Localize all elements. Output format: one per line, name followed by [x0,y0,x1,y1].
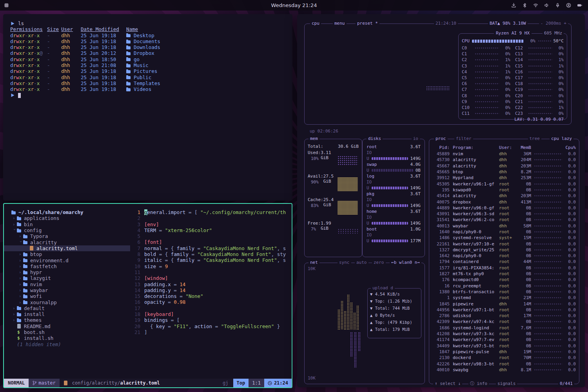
process-row[interactable]: 44956 kworker/u97:1-bt root 0B 0.0 [432,307,576,313]
sort-mode[interactable]: cpu lazy [550,136,573,142]
menu-button[interactable]: menu [333,21,347,26]
editor-line[interactable]: 13 padding.x = 14 [130,281,292,287]
terminal-window-ls[interactable]: ls Permissions Size User Date Modified N… [3,14,292,201]
process-row[interactable]: 45730 alacritty dhh 204M 0.0 [432,157,576,163]
process-row[interactable]: 1380 btrfs-transactio root 0B 0.0 [432,289,576,295]
process-row[interactable]: 1847 pipewire-pulse dhh 19M 0.0 [432,349,576,355]
process-row[interactable]: 1686 systemd-logind root 7.6M 0.0 [432,325,576,331]
btop-window[interactable]: cpu menu preset * 21:24:10 BAT▲ 98% 3.10… [297,14,585,387]
process-row[interactable]: 45414 alacritty dhh 203M 0.0 [432,193,576,199]
editor-line[interactable]: 5 [130,233,292,239]
process-row[interactable]: 45667 alacritty dhh 203M 0.0 [432,163,576,169]
io-mode-label[interactable]: io [412,136,420,142]
tree-item[interactable]: › xournalpp [4,299,130,305]
process-row[interactable]: 1640 napi/phy0-0 root 0B 0.0 [432,229,576,235]
process-row[interactable]: 2786 udisksd root 17M 0.0 [432,313,576,319]
preset-button[interactable]: preset * [356,21,379,26]
editor-line[interactable]: 17 [130,305,292,311]
editor-line[interactable]: 12 [window] [130,275,292,281]
process-row[interactable]: 41208 kworker/u97:3-kc root 0B 0.0 [432,331,576,337]
process-row[interactable]: 1327 dmcrypt_write/25 root 0B 0.0 [432,247,576,253]
tree-item[interactable]: › themes [4,317,130,323]
tree-item[interactable]: › waybar [4,287,130,293]
wifi-icon[interactable] [533,3,538,8]
update-interval[interactable]: - 2000ms + [539,21,568,26]
tree-item[interactable]: › nvim [4,281,130,287]
editor-line[interactable]: 3 [env] [130,221,292,227]
process-row[interactable]: 1845 pipewire dhh 14M 0.0 [432,301,576,307]
process-row[interactable]: 40013 waybar dhh 58M 0.0 [432,223,576,229]
process-row[interactable]: 41174 kworker/u97:7-ev root 0B 0.0 [432,337,576,343]
tree-item[interactable]: (1 hidden item) [4,341,130,347]
editor-line[interactable]: 8 bold = { family = "CaskaydiaMono Nerd … [130,251,292,257]
process-row[interactable]: 42309 kworker/u97:4-kc root 0B 0.0 [432,319,576,325]
process-row[interactable]: 31541 kworker/u96:2-co root 0B 0.0 [432,217,576,223]
net-sync-toggle[interactable]: sync [338,260,351,265]
process-row[interactable]: 43091 kworker/u96:3-sd root 0B 0.0 [432,211,576,217]
process-row[interactable]: 16 rcu_preempt root 0B 0.0 [432,283,576,289]
process-row[interactable]: 45305 kworker/u96:1-gf root 0B 0.0 [432,181,576,187]
process-row[interactable]: 39912 Hyprland dhh 253M 0.0 [432,175,576,181]
tree-item[interactable]: › config [4,227,130,233]
tree-item[interactable]: › alacritty [4,239,130,245]
editor-line[interactable]: 20 { key = "F11", action = "ToggleFullsc… [130,323,292,329]
editor-line[interactable]: 9 italic = { family = "CaskaydiaMono Ner… [130,257,292,263]
tree-item[interactable]: › fastfetch [4,263,130,269]
bluetooth-icon[interactable] [522,3,527,8]
editor-line[interactable]: 19 bindings = [ [130,317,292,323]
editor-line[interactable]: 18 [keyboard] [130,311,292,317]
tree-item[interactable]: › applications [4,215,130,221]
tree-item[interactable]: › environment.d [4,257,130,263]
tree-item[interactable]: › default [4,305,130,311]
process-row[interactable]: 2130 dockerd root 70M 0.0 [432,355,576,361]
tree-item[interactable]: install.sh [4,335,130,341]
battery-icon[interactable] [577,3,583,8]
tree-item[interactable]: › bin [4,221,130,227]
tree-item[interactable]: › lazygit [4,275,130,281]
process-row[interactable]: 1642 napi/phy0-0 root 0B 0.0 [432,253,576,259]
filter-button[interactable]: filter [454,136,473,142]
process-row[interactable]: 195 kswapd0 root 0B 0.0 [432,187,576,193]
tree-item[interactable]: › btop [4,251,130,257]
process-row[interactable]: 176 kcompactd0 root 0B 0.0 [432,277,576,283]
microphone-icon[interactable] [555,3,560,8]
neovim-window[interactable]: ~/.local/share/omarchy › applications › … [3,203,292,388]
process-row[interactable]: 1486 systemd-resolve syst+ 15M 0.0 [432,235,576,241]
editor-line[interactable]: 16 opacity = 0.98 [130,299,292,305]
process-row[interactable]: 1794 containerd root 44M 0.0 [432,259,576,265]
process-row[interactable]: 22161 kworker/u97:10-e root 0B 0.0 [432,241,576,247]
editor-line[interactable]: 7 normal = { family = "CaskaydiaMono Ner… [130,245,292,251]
net-zero-toggle[interactable]: zero [372,260,386,265]
info-button[interactable]: ⓘ info [468,381,489,387]
tree-item[interactable]: › hypr [4,269,130,275]
tree-toggle[interactable]: tree [528,136,542,142]
tree-item[interactable]: README.md [4,323,130,329]
volume-icon[interactable] [544,3,549,8]
process-row[interactable]: 45665 btop dhh 8.2M 0.0 [432,169,576,175]
editor-line[interactable]: 14 padding.y = 14 [130,287,292,293]
editor-line[interactable]: 1 general.import = [ "~/.config/omarchy/… [130,209,292,215]
process-row[interactable]: 34409 kworker/u97:5-bt root 0B 0.0 [432,343,576,349]
editor-panel[interactable]: 1 general.import = [ "~/.config/omarchy/… [130,209,292,379]
tree-item[interactable]: alacritty.toml [4,245,130,251]
process-row[interactable]: 42226 kworker/u98:3-bt root 0B 0.0 [432,361,576,367]
signals-button[interactable]: signals [496,381,517,387]
process-row[interactable]: 1827 mt76-tx phy0 root 0B 0.0 [432,271,576,277]
process-row[interactable]: 45889 nvim dhh 36M 0.0 [432,151,576,157]
process-row[interactable]: 44889 kworker/u96:0-gf root 0B 0.0 [432,205,576,211]
tree-item[interactable]: › wofi [4,293,130,299]
tree-item[interactable]: › install [4,311,130,317]
tree-item[interactable]: boot.sh [4,329,130,335]
editor-line[interactable]: 4 TERM = "xterm-256color" [130,227,292,233]
app-indicator-icon[interactable] [4,3,9,8]
process-row[interactable]: 40075 dropbox dhh 413M 0.0 [432,199,576,205]
editor-line[interactable]: 11 [130,269,292,275]
process-row[interactable]: 1577 irq/81-PIXA3854: root 0B 0.0 [432,265,576,271]
net-interface[interactable]: ←b wlan0 n→ [390,260,421,265]
editor-line[interactable]: 6 [font] [130,239,292,245]
editor-line[interactable]: 21 ] [130,329,292,335]
tree-item[interactable]: › Typora [4,233,130,239]
editor-line[interactable]: 15 decorations = "None" [130,293,292,299]
user-icon[interactable] [566,3,571,8]
process-row[interactable]: 1 systemd root 21M 0.0 [432,295,576,301]
